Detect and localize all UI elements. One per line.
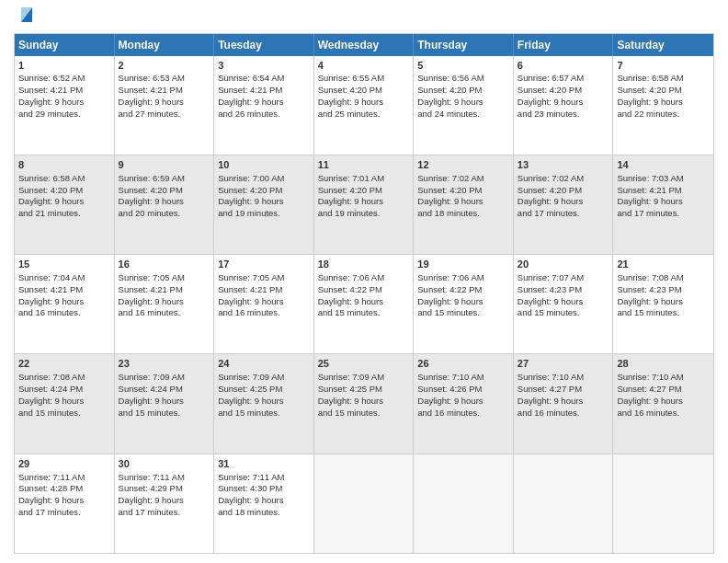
cal-cell: 7Sunrise: 6:58 AMSunset: 4:20 PMDaylight… [613,56,713,155]
cal-cell: 3Sunrise: 6:54 AMSunset: 4:21 PMDaylight… [214,56,314,155]
cal-cell: 11Sunrise: 7:01 AMSunset: 4:20 PMDayligh… [314,155,415,254]
cal-cell: 6Sunrise: 6:57 AMSunset: 4:20 PMDaylight… [514,56,614,155]
dow-thursday: Thursday [414,34,514,56]
cal-cell: 23Sunrise: 7:09 AMSunset: 4:24 PMDayligh… [115,354,215,453]
cal-week-1: 1Sunrise: 6:52 AMSunset: 4:21 PMDaylight… [15,56,713,155]
cal-week-5: 29Sunrise: 7:11 AMSunset: 4:28 PMDayligh… [15,454,713,553]
cal-cell: 29Sunrise: 7:11 AMSunset: 4:28 PMDayligh… [15,454,115,553]
cal-cell: 15Sunrise: 7:04 AMSunset: 4:21 PMDayligh… [15,255,115,353]
cal-cell: 26Sunrise: 7:10 AMSunset: 4:26 PMDayligh… [414,354,514,453]
cal-cell: 4Sunrise: 6:55 AMSunset: 4:20 PMDaylight… [314,56,415,155]
calendar-body: 1Sunrise: 6:52 AMSunset: 4:21 PMDaylight… [15,56,713,553]
dow-monday: Monday [115,34,215,56]
cal-cell [514,454,614,553]
calendar: Sunday Monday Tuesday Wednesday Thursday… [14,33,714,554]
cal-cell: 8Sunrise: 6:58 AMSunset: 4:20 PMDaylight… [15,155,115,254]
cal-cell: 28Sunrise: 7:10 AMSunset: 4:27 PMDayligh… [613,354,713,453]
logo-icon [17,4,37,24]
cal-cell: 9Sunrise: 6:59 AMSunset: 4:20 PMDaylight… [115,155,215,254]
cal-cell: 20Sunrise: 7:07 AMSunset: 4:23 PMDayligh… [514,255,614,353]
cal-cell: 21Sunrise: 7:08 AMSunset: 4:23 PMDayligh… [613,255,713,353]
cal-cell: 12Sunrise: 7:02 AMSunset: 4:20 PMDayligh… [414,155,514,254]
cal-cell [414,454,514,553]
cal-cell: 22Sunrise: 7:08 AMSunset: 4:24 PMDayligh… [15,354,115,453]
cal-cell: 10Sunrise: 7:00 AMSunset: 4:20 PMDayligh… [214,155,314,254]
dow-wednesday: Wednesday [314,34,415,56]
cal-week-4: 22Sunrise: 7:08 AMSunset: 4:24 PMDayligh… [15,354,713,454]
dow-friday: Friday [514,34,614,56]
cal-cell: 25Sunrise: 7:09 AMSunset: 4:25 PMDayligh… [314,354,415,453]
cal-cell [314,454,415,553]
dow-saturday: Saturday [613,34,713,56]
cal-cell: 14Sunrise: 7:03 AMSunset: 4:21 PMDayligh… [613,155,713,254]
header [14,9,714,26]
calendar-header: Sunday Monday Tuesday Wednesday Thursday… [15,34,713,56]
cal-cell: 27Sunrise: 7:10 AMSunset: 4:27 PMDayligh… [514,354,614,453]
cal-cell-1: 1Sunrise: 6:52 AMSunset: 4:21 PMDaylight… [15,56,115,155]
cal-cell: 17Sunrise: 7:05 AMSunset: 4:21 PMDayligh… [214,255,314,353]
page: Sunday Monday Tuesday Wednesday Thursday… [0,0,728,563]
cal-cell: 19Sunrise: 7:06 AMSunset: 4:22 PMDayligh… [414,255,514,353]
dow-sunday: Sunday [15,34,115,56]
cal-cell: 2Sunrise: 6:53 AMSunset: 4:21 PMDaylight… [115,56,215,155]
cal-week-3: 15Sunrise: 7:04 AMSunset: 4:21 PMDayligh… [15,255,713,354]
cal-cell: 5Sunrise: 6:56 AMSunset: 4:20 PMDaylight… [414,56,514,155]
cal-cell [613,454,713,553]
cal-week-2: 8Sunrise: 6:58 AMSunset: 4:20 PMDaylight… [15,155,713,255]
dow-tuesday: Tuesday [214,34,314,56]
cal-cell: 24Sunrise: 7:09 AMSunset: 4:25 PMDayligh… [214,354,314,453]
cal-cell: 30Sunrise: 7:11 AMSunset: 4:29 PMDayligh… [115,454,215,553]
cal-cell: 18Sunrise: 7:06 AMSunset: 4:22 PMDayligh… [314,255,415,353]
logo [14,9,37,26]
cal-cell: 16Sunrise: 7:05 AMSunset: 4:21 PMDayligh… [115,255,215,353]
cal-cell: 31Sunrise: 7:11 AMSunset: 4:30 PMDayligh… [214,454,314,553]
cal-cell: 13Sunrise: 7:02 AMSunset: 4:20 PMDayligh… [514,155,614,254]
